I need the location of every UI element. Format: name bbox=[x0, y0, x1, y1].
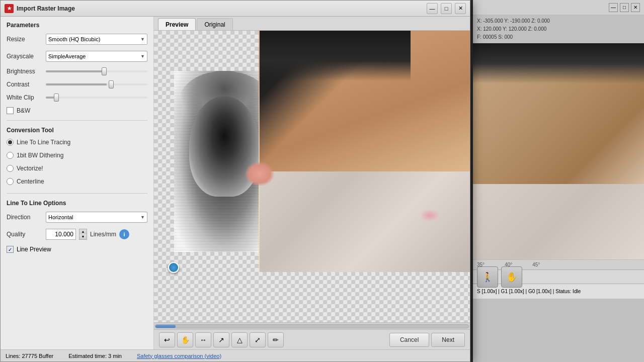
brightness-slider-container bbox=[46, 70, 147, 72]
dialog-body: Parameters Resize Smooth (HQ Bicubic) ▼ … bbox=[1, 17, 470, 349]
brightness-row: Brightness bbox=[7, 68, 147, 75]
quality-spinner[interactable]: ▲ ▼ bbox=[79, 229, 87, 240]
spin-up-btn[interactable]: ▲ bbox=[79, 229, 87, 234]
bg-nav-walk[interactable]: 🚶 bbox=[477, 266, 498, 288]
quality-row: Quality ▲ ▼ Lines/mm i bbox=[7, 229, 147, 240]
conversion-section-title: Conversion Tool bbox=[7, 127, 147, 134]
divider-1 bbox=[7, 120, 147, 121]
quality-label: Quality bbox=[7, 231, 43, 238]
direction-dropdown[interactable]: Horizontal ▼ bbox=[46, 212, 147, 223]
direction-dropdown-arrow: ▼ bbox=[140, 215, 145, 220]
cancel-button[interactable]: Cancel bbox=[389, 333, 429, 347]
whiteclip-slider-container bbox=[46, 97, 147, 99]
preview-area[interactable] bbox=[154, 31, 470, 329]
linepreview-checkbox[interactable]: ✓ bbox=[7, 246, 14, 253]
next-button[interactable]: Next bbox=[431, 333, 465, 347]
divider-2 bbox=[7, 193, 147, 194]
status-bar: Lines: 27775 Buffer Estimated time: 3 mi… bbox=[1, 349, 470, 361]
params-section-title: Parameters bbox=[7, 22, 147, 29]
whiteclip-row: White Clip bbox=[7, 94, 147, 101]
bg-minimize-btn[interactable]: — bbox=[609, 3, 618, 12]
bg-titlebar: — □ ✕ bbox=[473, 0, 644, 15]
grayscale-dropdown[interactable]: SimpleAverage ▼ bbox=[46, 51, 147, 62]
contrast-row: Contrast bbox=[7, 81, 147, 88]
resize-dropdown-arrow: ▼ bbox=[140, 37, 145, 42]
bg-coords: X: -305.000 Y: -190.000 Z: 0.000 X: 120.… bbox=[473, 15, 644, 43]
direction-label: Direction bbox=[7, 214, 43, 221]
minimize-button[interactable]: — bbox=[427, 3, 438, 14]
background-app: — □ ✕ X: -305.000 Y: -190.000 Z: 0.000 X… bbox=[473, 0, 644, 362]
radio-line-to-line: Line To Line Tracing bbox=[7, 139, 147, 146]
bg-close-btn[interactable]: ✕ bbox=[631, 3, 640, 12]
linepreview-row: ✓ Line Preview bbox=[7, 246, 147, 253]
bg-maximize-btn[interactable]: □ bbox=[620, 3, 629, 12]
contrast-slider[interactable] bbox=[46, 83, 147, 85]
marble-area bbox=[260, 171, 470, 272]
radio-centerline-label: Centerline bbox=[17, 178, 44, 185]
scrollbar-track[interactable] bbox=[155, 324, 469, 328]
right-panel: Preview Original bbox=[154, 17, 470, 349]
quality-input[interactable] bbox=[46, 229, 76, 240]
radio-1bit-bw-btn[interactable] bbox=[7, 152, 14, 159]
resize-row: Resize Smooth (HQ Bicubic) ▼ bbox=[7, 34, 147, 45]
status-link[interactable]: Safety glasses comparison (video) bbox=[137, 353, 221, 359]
whiteclip-label: White Clip bbox=[7, 94, 43, 101]
grayscale-label: Grayscale bbox=[7, 53, 43, 60]
pan-tool-btn[interactable]: ✋ bbox=[177, 332, 193, 347]
maximize-button[interactable]: □ bbox=[441, 3, 452, 14]
resize-tool-btn[interactable]: ⤢ bbox=[250, 332, 266, 347]
resize-dropdown[interactable]: Smooth (HQ Bicubic) ▼ bbox=[46, 34, 147, 45]
brightness-slider[interactable] bbox=[46, 70, 147, 72]
spin-down-btn[interactable]: ▼ bbox=[79, 234, 87, 239]
left-panel: Parameters Resize Smooth (HQ Bicubic) ▼ … bbox=[1, 17, 154, 349]
whiteclip-slider[interactable] bbox=[46, 97, 147, 99]
direction-row: Direction Horizontal ▼ bbox=[7, 212, 147, 223]
radio-1bit-bw: 1bit BW Dithering bbox=[7, 152, 147, 159]
draw-tool-btn[interactable]: ✏ bbox=[268, 332, 284, 347]
linepreview-label: Line Preview bbox=[17, 246, 51, 253]
close-button[interactable]: ✕ bbox=[455, 3, 466, 14]
radio-line-to-line-label: Line To Line Tracing bbox=[17, 139, 70, 146]
bg-nav-hand[interactable]: ✋ bbox=[501, 266, 522, 288]
import-raster-dialog: ★ Import Raster Image — □ ✕ Parameters R… bbox=[0, 0, 470, 362]
tab-bar: Preview Original bbox=[154, 17, 470, 31]
select-tool-btn[interactable]: △ bbox=[231, 332, 248, 347]
move-tool-btn[interactable]: ↔ bbox=[195, 332, 211, 347]
bw-row: B&W bbox=[7, 107, 147, 114]
horizontal-scrollbar[interactable] bbox=[154, 322, 470, 329]
whiteclip-thumb[interactable] bbox=[54, 94, 59, 102]
contrast-thumb[interactable] bbox=[109, 80, 114, 88]
pink-blob bbox=[420, 209, 440, 222]
undo-tool-btn[interactable]: ↩ bbox=[159, 332, 175, 347]
radio-centerline: Centerline bbox=[7, 178, 147, 185]
bottom-toolbar: ↩ ✋ ↔ ↗ △ ⤢ ✏ Cancel Next bbox=[154, 329, 470, 349]
scrollbar-thumb[interactable] bbox=[155, 325, 176, 328]
radio-vectorize: Vectorize! bbox=[7, 165, 147, 172]
app-icon: ★ bbox=[5, 4, 14, 13]
bw-label: B&W bbox=[17, 107, 30, 114]
status-lines: Lines: 27775 Buffer bbox=[6, 353, 53, 359]
tab-original[interactable]: Original bbox=[197, 18, 232, 30]
options-section-title: Line To Line Options bbox=[7, 200, 147, 207]
resize-label: Resize bbox=[7, 36, 43, 43]
radio-centerline-btn[interactable] bbox=[7, 178, 14, 185]
hand-hint bbox=[245, 161, 275, 187]
tab-preview[interactable]: Preview bbox=[158, 18, 196, 30]
pointer-tool-btn[interactable]: ↗ bbox=[213, 332, 229, 347]
photo-overlay bbox=[259, 31, 470, 272]
quality-info-btn[interactable]: i bbox=[119, 229, 129, 239]
bw-checkbox[interactable] bbox=[7, 107, 14, 114]
drag-handle[interactable] bbox=[168, 262, 179, 273]
radio-vectorize-btn[interactable] bbox=[7, 165, 14, 172]
grayscale-dropdown-arrow: ▼ bbox=[140, 54, 145, 59]
brightness-label: Brightness bbox=[7, 68, 43, 75]
contrast-label: Contrast bbox=[7, 81, 43, 88]
quality-unit-label: Lines/mm bbox=[90, 231, 116, 238]
dialog-titlebar: ★ Import Raster Image — □ ✕ bbox=[1, 1, 470, 17]
dialog-title: Import Raster Image bbox=[17, 5, 424, 12]
status-time: Estimated time: 3 min bbox=[68, 353, 122, 359]
radio-vectorize-label: Vectorize! bbox=[17, 165, 43, 172]
brightness-thumb[interactable] bbox=[102, 67, 107, 75]
machine-dark bbox=[260, 31, 411, 81]
radio-line-to-line-btn[interactable] bbox=[7, 139, 14, 146]
